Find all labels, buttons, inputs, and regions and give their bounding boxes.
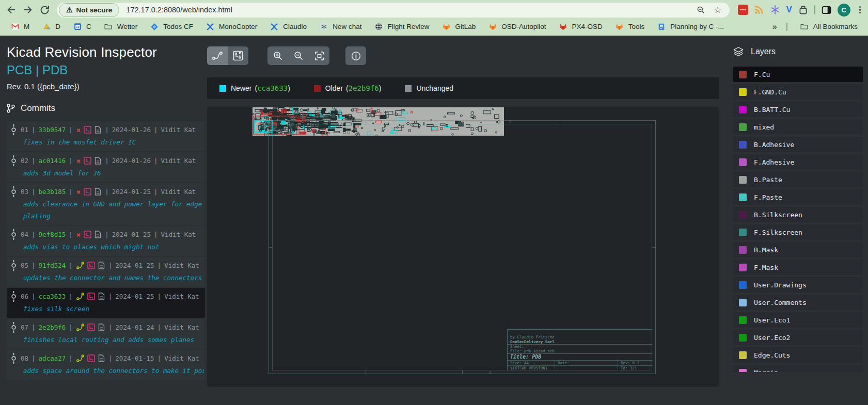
pcb-diff-icon[interactable] <box>84 157 91 165</box>
security-chip[interactable]: ⚠ Not secure <box>59 3 119 17</box>
document-icon[interactable] <box>94 126 101 134</box>
layer-item-f-mask[interactable]: F.Mask <box>733 260 863 275</box>
bookmark-monocopter[interactable]: MonoCopter <box>199 20 263 33</box>
document-icon[interactable] <box>94 188 101 196</box>
commit-card-91fd524[interactable]: 05|91fd524||2024-01-25|Vidit Katupdates … <box>7 257 205 287</box>
snowflake-icon[interactable] <box>770 5 780 15</box>
pcb-diff-icon[interactable] <box>87 354 95 362</box>
bookmarks-overflow-chevron[interactable]: » <box>769 22 780 31</box>
layer-item-edge-cuts[interactable]: Edge.Cuts <box>733 347 863 363</box>
schematic-view-button[interactable] <box>207 46 228 65</box>
vimium-icon[interactable]: V <box>786 5 792 15</box>
layer-item-f-silkscreen[interactable]: F.Silkscreen <box>733 224 863 240</box>
extensions-jar-icon[interactable] <box>798 5 809 15</box>
layer-item-b-mask[interactable]: B.Mask <box>733 242 863 257</box>
extension-dots-icon[interactable]: ••• <box>738 5 748 15</box>
layer-item-b-adhesive[interactable]: B.Adhesive <box>733 137 863 152</box>
zoom-in-button[interactable] <box>267 46 288 65</box>
layer-item-margin[interactable]: Margin <box>733 365 863 372</box>
all-bookmarks-label: All Bookmarks <box>813 23 858 30</box>
commits-list[interactable]: 01|33b0547|×|2024-01-26|Vidit Katfixes i… <box>7 121 205 380</box>
bookmark-c[interactable]: 19C <box>67 20 98 33</box>
commit-date: 2024-01-25 <box>112 188 151 196</box>
layer-item-mixed[interactable]: mixed <box>733 119 863 135</box>
commit-node-icon <box>11 353 17 364</box>
back-button[interactable] <box>3 2 20 18</box>
document-icon[interactable] <box>98 262 105 269</box>
commit-card-adcaa27[interactable]: 08|adcaa27||2024-01-15|Vidit Katadds spa… <box>7 350 205 380</box>
document-icon[interactable] <box>98 323 105 331</box>
layer-item-b-batt-cu[interactable]: B.BATT.Cu <box>733 102 863 117</box>
layer-color-swatch <box>739 316 747 324</box>
sidebar-toggle-icon[interactable] <box>821 5 832 15</box>
pcb-view-button[interactable] <box>228 46 248 65</box>
bookmark-tools[interactable]: Tools <box>609 20 651 33</box>
commit-card-2e2b9f6[interactable]: 07|2e2b9f6||2024-01-24|Vidit Katfinishes… <box>7 319 205 349</box>
schematic-missing-icon: × <box>76 188 81 196</box>
commit-node-icon <box>11 155 17 166</box>
profile-avatar[interactable]: C <box>838 4 850 17</box>
layer-item-user-drawings[interactable]: User.Drawings <box>733 277 863 293</box>
bookmark-star-icon[interactable]: ☆ <box>714 6 721 14</box>
layer-item-f-adhesive[interactable]: F.Adhesive <box>733 154 863 170</box>
rss-icon[interactable] <box>754 5 764 15</box>
layer-item-f-paste[interactable]: F.Paste <box>733 189 863 205</box>
commit-card-cca3633[interactable]: 06|cca3633||2024-01-25|Vidit Katfixes si… <box>7 288 205 318</box>
zoom-out-button[interactable] <box>288 46 309 65</box>
all-bookmarks-button[interactable]: All Bookmarks <box>794 20 864 33</box>
bookmark-d[interactable]: D <box>36 20 67 33</box>
menu-kebab-icon[interactable] <box>856 6 864 14</box>
pcb-diff-icon[interactable] <box>87 293 95 300</box>
layer-item-f-gnd-cu[interactable]: F.GND.Cu <box>733 84 863 100</box>
layer-item-user-comments[interactable]: User.Comments <box>733 295 863 310</box>
document-icon[interactable] <box>98 354 105 362</box>
commit-meta-row: 03|be3b185|×|2024-01-25|Vidit Kat <box>11 186 204 197</box>
pcb-diff-icon[interactable] <box>84 231 91 238</box>
layer-color-swatch <box>739 141 747 149</box>
pcb-pdb-links[interactable]: PCB | PDB <box>7 63 207 77</box>
commit-card-ac01416[interactable]: 02|ac01416|×|2024-01-26|Vidit Katadds 3d… <box>7 152 205 182</box>
bookmark-todos-cf[interactable]: Todos CF <box>144 20 199 33</box>
zoom-fit-button[interactable] <box>309 46 329 65</box>
bookmark-gitlab[interactable]: GitLab <box>435 20 482 33</box>
bookmark-osd-autopilot[interactable]: OSD-Autopilot <box>482 20 552 33</box>
bookmark-m[interactable]: M <box>4 20 36 33</box>
pcb-diff-icon[interactable] <box>87 323 95 331</box>
document-icon[interactable] <box>94 157 101 165</box>
commit-card-be3b185[interactable]: 03|be3b185|×|2024-01-25|Vidit Katadds cl… <box>7 183 205 225</box>
commit-card-33b0547[interactable]: 01|33b0547|×|2024-01-26|Vidit Katfixes i… <box>7 121 205 151</box>
bookmarks-divider <box>786 23 787 31</box>
layer-item-f-cu[interactable]: F.Cu <box>733 67 863 82</box>
bookmark-planning-by-c[interactable]: Planning by C -... <box>651 20 730 33</box>
pcb-diff-icon[interactable] <box>84 126 91 134</box>
legend-item-unchanged: Unchanged <box>405 84 453 92</box>
info-button[interactable] <box>345 46 366 65</box>
bookmark-claudio[interactable]: Claudio <box>263 20 313 33</box>
reload-button[interactable] <box>36 2 53 18</box>
bookmark-new-chat[interactable]: New chat <box>313 20 368 33</box>
bookmark-px4-osd[interactable]: PX4-OSD <box>553 20 609 33</box>
bookmark-label: M <box>24 23 29 30</box>
commit-card-9ef8d15[interactable]: 04|9ef8d15|×|2024-01-25|Vidit Katadds vi… <box>7 226 205 256</box>
commit-date: 2024-01-15 <box>115 354 154 362</box>
layers-list[interactable]: F.CuF.GND.CuB.BATT.CumixedB.AdhesiveF.Ad… <box>733 67 863 372</box>
layer-item-user-eco1[interactable]: User.Eco1 <box>733 312 863 328</box>
document-icon[interactable] <box>98 293 105 300</box>
document-icon[interactable] <box>94 231 101 238</box>
pcb-diff-icon[interactable] <box>84 188 91 196</box>
schematic-diff-icon <box>76 293 84 300</box>
layer-item-b-silkscreen[interactable]: B.Silkscreen <box>733 207 863 222</box>
url-text[interactable]: 172.17.0.2:8080/web/index.html <box>126 6 696 14</box>
layer-name: F.Mask <box>754 264 778 271</box>
bookmark-wetter[interactable]: Wetter <box>98 20 144 33</box>
bookmark-flight-review[interactable]: Flight Review <box>368 20 435 33</box>
url-bar[interactable]: ⚠ Not secure 172.17.0.2:8080/web/index.h… <box>57 3 730 18</box>
layer-item-user-eco2[interactable]: User.Eco2 <box>733 330 863 345</box>
forward-button[interactable] <box>20 2 36 18</box>
pcb-diff-icon[interactable] <box>87 262 95 269</box>
forward-icon <box>22 4 34 15</box>
legend-swatch <box>219 85 226 92</box>
layer-item-b-paste[interactable]: B.Paste <box>733 172 863 187</box>
zoom-page-icon[interactable] <box>696 5 705 14</box>
pcb-canvas[interactable]: 3 5 by Claudio Fritsche OneSecDelivery S… <box>207 107 719 387</box>
